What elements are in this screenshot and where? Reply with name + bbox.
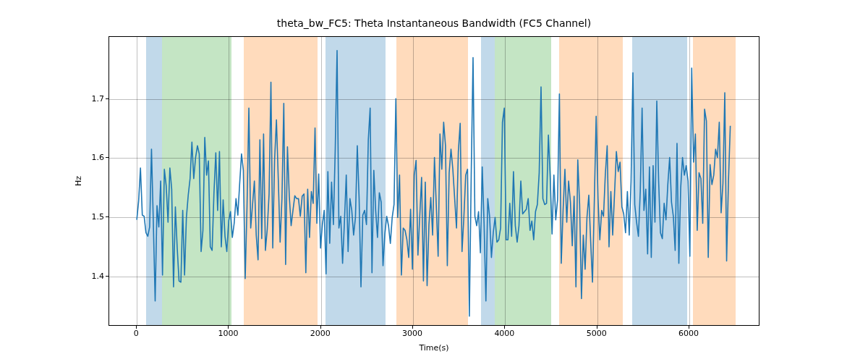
gridline-vertical <box>689 37 690 325</box>
x-axis-label: Time(s) <box>0 343 868 353</box>
shaded-region <box>559 37 623 325</box>
shaded-region <box>326 37 386 325</box>
shaded-region <box>244 37 318 325</box>
gridline-vertical <box>137 37 137 325</box>
y-tick-label: 1.6 <box>75 153 104 162</box>
figure: theta_bw_FC5: Theta Instantaneous Bandwi… <box>0 0 868 362</box>
y-tick-mark <box>106 157 109 158</box>
gridline-horizontal <box>109 277 759 277</box>
shaded-region <box>481 37 495 325</box>
x-tick-label: 1000 <box>218 329 238 338</box>
x-tick-label: 4000 <box>494 329 514 338</box>
line-series <box>109 37 759 325</box>
y-axis-label: Hz <box>74 176 83 186</box>
shaded-region <box>162 37 232 325</box>
shaded-region <box>632 37 687 325</box>
x-tick-label: 3000 <box>402 329 422 338</box>
gridline-vertical <box>597 37 598 325</box>
shaded-region <box>146 37 162 325</box>
gridline-horizontal <box>109 158 759 159</box>
plot-area <box>109 36 760 326</box>
x-tick-label: 2000 <box>310 329 331 338</box>
chart-title: theta_bw_FC5: Theta Instantaneous Bandwi… <box>0 17 868 29</box>
y-tick-label: 1.5 <box>75 211 104 221</box>
shaded-region <box>693 37 736 325</box>
x-tick-label: 0 <box>134 329 139 338</box>
gridline-vertical <box>229 37 229 325</box>
y-tick-label: 1.7 <box>75 93 104 103</box>
gridline-horizontal <box>109 99 759 100</box>
y-tick-mark <box>106 98 109 99</box>
gridline-vertical <box>505 37 506 325</box>
shaded-region <box>396 37 468 325</box>
x-tick-label: 5000 <box>587 329 607 338</box>
data-line <box>137 51 731 316</box>
y-tick-mark <box>106 276 109 277</box>
y-tick-label: 1.4 <box>75 271 104 280</box>
shaded-region <box>495 37 551 325</box>
gridline-vertical <box>321 37 322 325</box>
y-tick-mark <box>106 216 109 217</box>
gridline-horizontal <box>109 217 759 218</box>
x-tick-label: 6000 <box>678 329 699 338</box>
gridline-vertical <box>413 37 414 325</box>
